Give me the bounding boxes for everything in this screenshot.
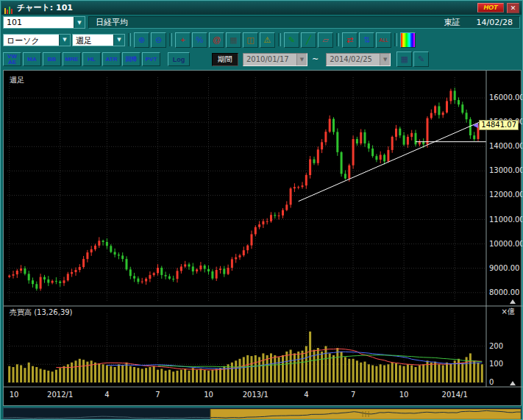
svg-text:11000.00: 11000.00 <box>489 216 522 224</box>
exchange-label: 東証 <box>444 17 460 28</box>
toolbar-separator <box>336 33 339 46</box>
svg-text:7: 7 <box>155 391 160 399</box>
chevron-down-icon[interactable]: ▼ <box>380 54 390 65</box>
symbol-row: 101 ▼ 日経平均 東証 14/02/28 <box>1 15 522 30</box>
log-scale-button[interactable]: Log <box>168 52 190 66</box>
range-to-value: 2014/02/25 <box>327 54 380 65</box>
close-button[interactable]: ✕ <box>507 3 519 13</box>
svg-text:10: 10 <box>10 391 19 399</box>
vw-ae-button[interactable]: VW AE <box>3 52 21 66</box>
alert-button[interactable]: ⚠ <box>260 32 275 48</box>
calendar-button[interactable]: ▦ <box>396 51 412 67</box>
hot-button[interactable]: HOT <box>477 3 504 13</box>
bb-button[interactable]: BB <box>43 52 61 66</box>
svg-text:10: 10 <box>399 391 409 399</box>
window-title: チャート: 101 <box>17 2 73 13</box>
svg-text:15000.00: 15000.00 <box>489 118 522 126</box>
symbol-code-select[interactable]: 101 ▼ <box>3 16 85 29</box>
candlestick-chart[interactable]: 16000.0015000.0014000.0013000.0012000.00… <box>4 71 522 407</box>
chevron-down-icon[interactable]: ▼ <box>59 35 70 46</box>
chart-type-value: ローソク <box>4 35 59 46</box>
svg-text:0: 0 <box>489 378 494 386</box>
svg-text:13000.00: 13000.00 <box>489 166 522 174</box>
extra-button-bar: ▦✎ <box>396 51 429 67</box>
svg-text:9000.00: 9000.00 <box>489 264 519 272</box>
toolbar-separator <box>169 33 172 46</box>
indicator-button-bar: VW AEMABBMREHLATR回帰PVT <box>3 52 160 66</box>
symbol-name: 日経平均 <box>96 17 128 28</box>
draw-line-button[interactable]: ╱ <box>301 32 316 48</box>
svg-text:200: 200 <box>489 342 503 350</box>
zoom-in-button[interactable]: ⊕ <box>134 32 149 48</box>
chart-area[interactable]: 16000.0015000.0014000.0013000.0012000.00… <box>3 70 522 406</box>
kaiki-button[interactable]: 回帰 <box>122 52 140 66</box>
range-from-select[interactable]: 2010/01/17 ▼ <box>243 53 307 66</box>
timeframe-value: 週足 <box>73 35 113 46</box>
timeframe-select[interactable]: 週足 ▼ <box>72 34 125 46</box>
callout-button[interactable]: @ <box>209 32 224 48</box>
svg-text:2013/1: 2013/1 <box>243 391 268 399</box>
scale-vertical-button[interactable]: ⇅ <box>359 32 374 48</box>
range-tilde: ~ <box>312 54 319 64</box>
range-to-select[interactable]: 2014/02/25 ▼ <box>326 53 391 66</box>
svg-text:2014/1: 2014/1 <box>442 391 468 399</box>
indicator-toolbar: VW AEMABBMREHLATR回帰PVT Log 期間 2010/01/17… <box>1 49 522 69</box>
svg-text:7: 7 <box>351 391 355 399</box>
navigator-overview[interactable] <box>4 409 521 419</box>
titlebar[interactable]: チャート: 101 HOT ✕ <box>1 1 522 15</box>
toolbar-separator <box>278 33 281 46</box>
pvt-button[interactable]: PVT <box>142 52 160 66</box>
ma-button[interactable]: MA <box>23 52 41 66</box>
chevron-down-icon[interactable]: ▼ <box>113 35 124 46</box>
svg-text:16000.00: 16000.00 <box>489 93 522 102</box>
svg-text:14000.00: 14000.00 <box>489 142 522 150</box>
eraser-button[interactable]: ▱ <box>318 32 333 48</box>
main-toolbar: ローソク ▼ 週足 ▼ ⊕⊖+%@▦◫⚠✎╱▱⇄⇅ALL <box>1 30 522 49</box>
show-all-button[interactable]: ALL <box>376 32 391 48</box>
chart-app-icon <box>4 4 14 13</box>
symbol-code-value: 101 <box>4 17 74 28</box>
chart-type-select[interactable]: ローソク ▼ <box>3 34 71 46</box>
grid-view-button[interactable]: ▦ <box>226 32 241 48</box>
svg-text:100: 100 <box>489 360 503 368</box>
compare-button[interactable]: % <box>192 32 207 48</box>
svg-text:2012/1: 2012/1 <box>47 391 73 399</box>
svg-text:10: 10 <box>204 391 213 399</box>
edit-range-button[interactable]: ✎ <box>413 51 429 67</box>
scale-horizontal-button[interactable]: ⇄ <box>342 32 357 48</box>
svg-text:4: 4 <box>104 391 109 399</box>
svg-text:8000.00: 8000.00 <box>489 288 519 296</box>
svg-text:12000.00: 12000.00 <box>489 191 522 199</box>
quote-date-label: 14/02/28 <box>477 18 513 27</box>
toolbar-separator <box>128 33 131 46</box>
draw-pencil-button[interactable]: ✎ <box>284 32 299 48</box>
svg-text:4: 4 <box>304 391 308 399</box>
chevron-down-icon[interactable]: ▼ <box>296 54 307 65</box>
hl-button[interactable]: HL <box>82 52 101 66</box>
period-range-button[interactable]: 期間 <box>212 53 238 66</box>
range-from-value: 2010/01/17 <box>243 54 296 65</box>
atr-button[interactable]: ATR <box>102 52 121 66</box>
symbol-name-panel: 日経平均 東証 14/02/28 <box>88 16 520 29</box>
chevron-down-icon[interactable]: ▼ <box>74 17 85 28</box>
crosshair-button[interactable]: + <box>175 32 191 48</box>
svg-text:10000.00: 10000.00 <box>489 240 522 248</box>
chart-window: チャート: 101 HOT ✕ 101 ▼ 日経平均 東証 14/02/28 ロ… <box>0 0 523 420</box>
chart-navigator[interactable] <box>3 407 522 419</box>
multi-frame-button[interactable]: ◫ <box>243 32 258 48</box>
zoom-out-button[interactable]: ⊖ <box>151 32 166 48</box>
toolbar-separator <box>394 33 397 46</box>
mre-button[interactable]: MRE <box>63 52 81 66</box>
palette-button[interactable] <box>400 32 416 48</box>
icon-button-bar: ⊕⊖+%@▦◫⚠✎╱▱⇄⇅ALL <box>134 32 416 48</box>
